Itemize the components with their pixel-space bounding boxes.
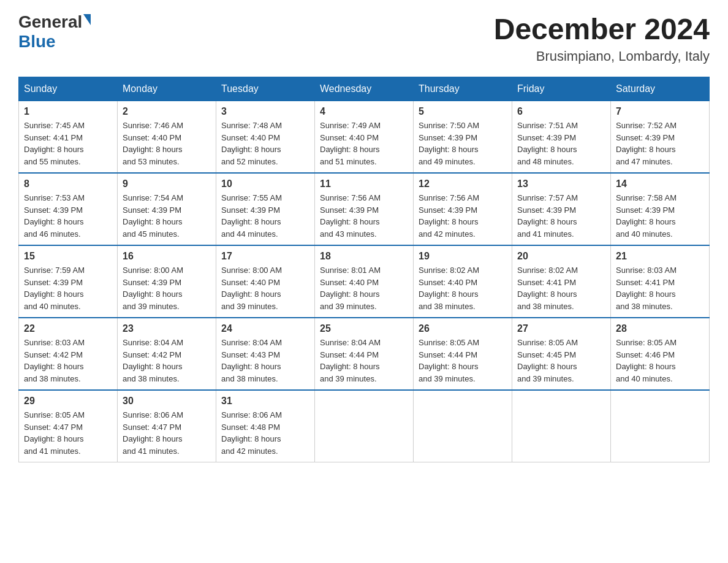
calendar-cell: 15 Sunrise: 7:59 AMSunset: 4:39 PMDaylig… [19,245,118,318]
day-number: 28 [616,323,704,334]
calendar-cell: 2 Sunrise: 7:46 AMSunset: 4:40 PMDayligh… [118,101,216,174]
day-info: Sunrise: 7:59 AMSunset: 4:39 PMDaylight:… [24,266,85,311]
day-number: 5 [419,106,507,117]
calendar-cell: 21 Sunrise: 8:03 AMSunset: 4:41 PMDaylig… [611,245,710,318]
day-info: Sunrise: 7:56 AMSunset: 4:39 PMDaylight:… [320,193,381,239]
logo-triangle-icon [83,14,91,25]
day-number: 19 [419,251,507,262]
calendar-cell: 7 Sunrise: 7:52 AMSunset: 4:39 PMDayligh… [611,101,710,174]
day-info: Sunrise: 8:05 AMSunset: 4:45 PMDaylight:… [517,338,578,383]
header-tuesday: Tuesday [216,77,315,101]
day-info: Sunrise: 7:54 AMSunset: 4:39 PMDaylight:… [123,193,183,239]
day-number: 12 [419,178,507,190]
day-info: Sunrise: 8:06 AMSunset: 4:47 PMDaylight:… [123,410,183,456]
header-saturday: Saturday [611,77,710,101]
calendar-cell: 30 Sunrise: 8:06 AMSunset: 4:47 PMDaylig… [118,390,216,462]
calendar-header-row: SundayMondayTuesdayWednesdayThursdayFrid… [19,77,710,101]
week-row-1: 1 Sunrise: 7:45 AMSunset: 4:41 PMDayligh… [19,101,710,174]
calendar-cell: 5 Sunrise: 7:50 AMSunset: 4:39 PMDayligh… [414,101,512,174]
day-info: Sunrise: 7:53 AMSunset: 4:39 PMDaylight:… [24,193,85,239]
day-info: Sunrise: 7:52 AMSunset: 4:39 PMDaylight:… [616,121,677,166]
logo-general: General [18,12,82,32]
day-number: 25 [320,323,408,334]
month-title: December 2024 [494,12,710,46]
calendar-cell: 24 Sunrise: 8:04 AMSunset: 4:43 PMDaylig… [216,318,315,390]
calendar-cell: 6 Sunrise: 7:51 AMSunset: 4:39 PMDayligh… [512,101,611,174]
day-number: 10 [221,178,309,190]
calendar-cell: 26 Sunrise: 8:05 AMSunset: 4:44 PMDaylig… [414,318,512,390]
calendar-cell: 22 Sunrise: 8:03 AMSunset: 4:42 PMDaylig… [19,318,118,390]
calendar-cell: 13 Sunrise: 7:57 AMSunset: 4:39 PMDaylig… [512,173,611,245]
day-number: 3 [221,106,309,117]
day-info: Sunrise: 7:55 AMSunset: 4:39 PMDaylight:… [221,193,282,239]
day-number: 6 [517,106,605,117]
calendar-cell [315,390,414,462]
header-thursday: Thursday [414,77,512,101]
header-monday: Monday [118,77,216,101]
calendar-cell [414,390,512,462]
day-number: 24 [221,323,309,334]
calendar-cell: 10 Sunrise: 7:55 AMSunset: 4:39 PMDaylig… [216,173,315,245]
day-info: Sunrise: 8:05 AMSunset: 4:47 PMDaylight:… [24,410,85,456]
day-number: 7 [616,106,704,117]
logo: General Blue [18,12,91,52]
header-wednesday: Wednesday [315,77,414,101]
day-info: Sunrise: 7:56 AMSunset: 4:39 PMDaylight:… [419,193,479,239]
day-number: 16 [123,251,211,262]
calendar-cell: 4 Sunrise: 7:49 AMSunset: 4:40 PMDayligh… [315,101,414,174]
day-number: 22 [24,323,112,334]
day-number: 15 [24,251,112,262]
day-number: 9 [123,178,211,190]
calendar-cell: 27 Sunrise: 8:05 AMSunset: 4:45 PMDaylig… [512,318,611,390]
day-number: 29 [24,396,112,407]
calendar-cell: 23 Sunrise: 8:04 AMSunset: 4:42 PMDaylig… [118,318,216,390]
day-number: 2 [123,106,211,117]
calendar-cell: 25 Sunrise: 8:04 AMSunset: 4:44 PMDaylig… [315,318,414,390]
week-row-5: 29 Sunrise: 8:05 AMSunset: 4:47 PMDaylig… [19,390,710,462]
day-number: 17 [221,251,309,262]
day-info: Sunrise: 8:02 AMSunset: 4:40 PMDaylight:… [419,266,479,311]
calendar-cell [611,390,710,462]
day-info: Sunrise: 8:06 AMSunset: 4:48 PMDaylight:… [221,410,282,456]
day-info: Sunrise: 7:58 AMSunset: 4:39 PMDaylight:… [616,193,677,239]
day-number: 23 [123,323,211,334]
day-number: 26 [419,323,507,334]
calendar-cell: 28 Sunrise: 8:05 AMSunset: 4:46 PMDaylig… [611,318,710,390]
day-info: Sunrise: 8:00 AMSunset: 4:40 PMDaylight:… [221,266,282,311]
day-info: Sunrise: 7:51 AMSunset: 4:39 PMDaylight:… [517,121,578,166]
calendar-cell: 29 Sunrise: 8:05 AMSunset: 4:47 PMDaylig… [19,390,118,462]
calendar-cell: 18 Sunrise: 8:01 AMSunset: 4:40 PMDaylig… [315,245,414,318]
week-row-3: 15 Sunrise: 7:59 AMSunset: 4:39 PMDaylig… [19,245,710,318]
day-info: Sunrise: 8:02 AMSunset: 4:41 PMDaylight:… [517,266,578,311]
day-info: Sunrise: 7:50 AMSunset: 4:39 PMDaylight:… [419,121,479,166]
day-info: Sunrise: 8:04 AMSunset: 4:42 PMDaylight:… [123,338,183,383]
calendar-cell [512,390,611,462]
day-number: 31 [221,396,309,407]
day-info: Sunrise: 7:45 AMSunset: 4:41 PMDaylight:… [24,121,85,166]
day-number: 13 [517,178,605,190]
day-number: 11 [320,178,408,190]
calendar-cell: 31 Sunrise: 8:06 AMSunset: 4:48 PMDaylig… [216,390,315,462]
title-area: December 2024 Brusimpiano, Lombardy, Ita… [494,12,710,64]
day-info: Sunrise: 8:04 AMSunset: 4:44 PMDaylight:… [320,338,381,383]
calendar-cell: 17 Sunrise: 8:00 AMSunset: 4:40 PMDaylig… [216,245,315,318]
week-row-4: 22 Sunrise: 8:03 AMSunset: 4:42 PMDaylig… [19,318,710,390]
day-info: Sunrise: 7:57 AMSunset: 4:39 PMDaylight:… [517,193,578,239]
day-info: Sunrise: 7:48 AMSunset: 4:40 PMDaylight:… [221,121,282,166]
calendar-cell: 19 Sunrise: 8:02 AMSunset: 4:40 PMDaylig… [414,245,512,318]
day-info: Sunrise: 8:01 AMSunset: 4:40 PMDaylight:… [320,266,381,311]
day-info: Sunrise: 8:05 AMSunset: 4:44 PMDaylight:… [419,338,479,383]
day-info: Sunrise: 7:49 AMSunset: 4:40 PMDaylight:… [320,121,381,166]
week-row-2: 8 Sunrise: 7:53 AMSunset: 4:39 PMDayligh… [19,173,710,245]
day-info: Sunrise: 8:05 AMSunset: 4:46 PMDaylight:… [616,338,677,383]
calendar-cell: 9 Sunrise: 7:54 AMSunset: 4:39 PMDayligh… [118,173,216,245]
calendar-cell: 8 Sunrise: 7:53 AMSunset: 4:39 PMDayligh… [19,173,118,245]
header-friday: Friday [512,77,611,101]
day-number: 1 [24,106,112,117]
day-number: 8 [24,178,112,190]
calendar-cell: 11 Sunrise: 7:56 AMSunset: 4:39 PMDaylig… [315,173,414,245]
calendar-table: SundayMondayTuesdayWednesdayThursdayFrid… [18,77,710,462]
logo-blue: Blue [18,32,56,51]
day-info: Sunrise: 7:46 AMSunset: 4:40 PMDaylight:… [123,121,183,166]
day-info: Sunrise: 8:03 AMSunset: 4:42 PMDaylight:… [24,338,85,383]
